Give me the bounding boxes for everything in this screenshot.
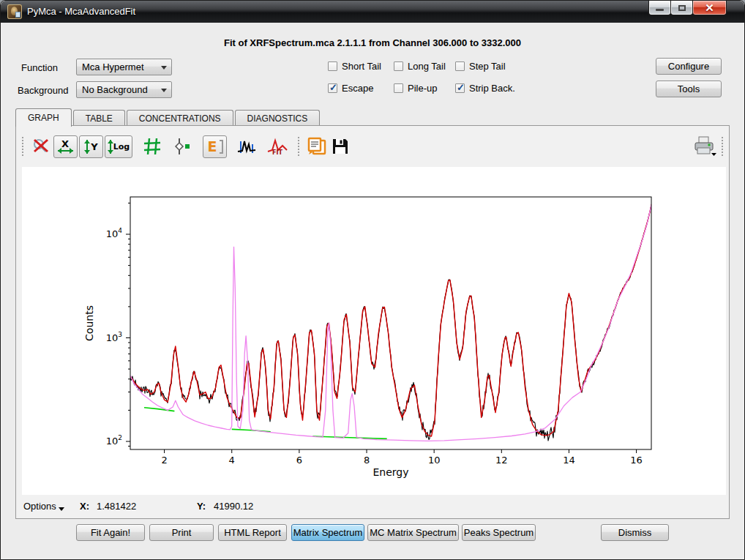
svg-text:4: 4 <box>229 455 235 466</box>
svg-text:12: 12 <box>495 455 508 466</box>
y-coordinate-value: 41990.12 <box>214 501 253 512</box>
markers-icon[interactable] <box>172 135 194 158</box>
zoom-reset-icon[interactable] <box>30 135 52 158</box>
plot-toolbar: X Y Log <box>20 133 725 160</box>
svg-text:Y: Y <box>90 141 98 152</box>
svg-text:Energy: Energy <box>372 466 408 478</box>
svg-text:103: 103 <box>106 331 122 343</box>
short-tail-checkbox[interactable]: ✓Short Tail <box>328 61 381 72</box>
html-report-button[interactable]: HTML Report <box>218 524 287 541</box>
svg-text:8: 8 <box>364 455 370 466</box>
grid-icon[interactable] <box>141 135 163 158</box>
y-coordinate-label: Y: <box>197 501 206 512</box>
print-button[interactable]: Print <box>149 524 214 541</box>
tab-bar: GRAPH TABLE CONCENTRATIONS DIAGNOSTICS <box>15 108 321 126</box>
step-tail-checkbox[interactable]: ✓Step Tail <box>455 61 506 72</box>
tab-concentrations[interactable]: CONCENTRATIONS <box>127 110 233 126</box>
x-coordinate-value: 1.481422 <box>97 501 136 512</box>
strip-back-checkbox[interactable]: ✓Strip Back. <box>455 83 515 94</box>
checkbox-box: ✓ <box>328 83 337 93</box>
svg-text:102: 102 <box>106 434 122 447</box>
checkbox-box: ✓ <box>394 61 403 71</box>
fit-icon[interactable]: FIT <box>266 135 288 158</box>
svg-text:FIT: FIT <box>272 149 282 156</box>
y-autoscale-button[interactable]: Y <box>79 135 103 158</box>
svg-text:E: E <box>208 138 217 154</box>
tab-graph[interactable]: GRAPH <box>15 108 72 127</box>
window-title: PyMca - McaAdvancedFit <box>27 6 135 17</box>
graph-tab-panel: X Y Log <box>15 125 730 519</box>
background-label: Background <box>18 85 68 96</box>
title-bar[interactable]: PyMca - McaAdvancedFit ✕ <box>1 1 744 23</box>
escape-checkbox[interactable]: ✓Escape <box>328 83 373 94</box>
save-icon[interactable] <box>329 135 351 158</box>
energy-axis-button[interactable]: E <box>203 135 227 158</box>
toolbar-handle[interactable] <box>22 137 25 156</box>
function-value: Mca Hypermet <box>82 61 144 72</box>
chevron-down-icon <box>161 89 167 92</box>
svg-text:16: 16 <box>630 455 643 466</box>
printer-icon[interactable] <box>690 135 719 158</box>
svg-text:6: 6 <box>296 455 302 466</box>
fit-again-button[interactable]: Fit Again! <box>76 524 145 541</box>
pymca-window: PyMca - McaAdvancedFit ✕ Fit of XRFSpect… <box>0 0 745 560</box>
options-menu[interactable]: Options <box>23 501 56 512</box>
peaks-icon[interactable] <box>236 135 258 158</box>
pile-up-checkbox[interactable]: ✓Pile-up <box>394 83 437 94</box>
checkbox-box: ✓ <box>455 61 465 71</box>
checkbox-box: ✓ <box>328 61 337 71</box>
svg-text:Log: Log <box>113 142 130 152</box>
fit-header-title: Fit of XRFSpectrum.mca 2.1.1.1 from Chan… <box>1 37 744 48</box>
svg-text:2: 2 <box>161 455 167 466</box>
function-label: Function <box>21 62 58 73</box>
close-button[interactable]: ✕ <box>692 1 727 15</box>
background-combobox[interactable]: No Background <box>76 81 172 98</box>
configure-button[interactable]: Configure <box>656 58 722 75</box>
chevron-down-icon <box>161 66 167 70</box>
function-combobox[interactable]: Mca Hypermet <box>76 59 172 75</box>
peaks-spectrum-button[interactable]: Peaks Spectrum <box>462 524 536 541</box>
svg-text:X: X <box>61 138 69 149</box>
tab-diagnostics[interactable]: DIAGNOSTICS <box>235 110 321 126</box>
spectrum-plot-canvas[interactable]: 246810121416102103104EnergyCounts <box>22 167 726 495</box>
svg-text:10: 10 <box>428 455 441 466</box>
matrix-spectrum-button[interactable]: Matrix Spectrum <box>291 524 364 541</box>
long-tail-checkbox[interactable]: ✓Long Tail <box>394 61 446 72</box>
tab-table[interactable]: TABLE <box>73 110 125 126</box>
background-value: No Background <box>82 84 148 95</box>
spectrum-plot[interactable]: 246810121416102103104EnergyCounts <box>22 167 726 495</box>
x-autoscale-button[interactable]: X <box>53 135 78 158</box>
dismiss-button[interactable]: Dismiss <box>601 524 669 541</box>
log-scale-button[interactable]: Log <box>105 135 132 158</box>
tools-button[interactable]: Tools <box>656 81 722 97</box>
print-preview-icon[interactable] <box>306 135 328 158</box>
toolbar-handle[interactable] <box>298 137 301 156</box>
maximize-button[interactable] <box>670 1 693 15</box>
pymca-logo-icon <box>7 4 22 19</box>
minimize-button[interactable] <box>648 1 671 15</box>
x-coordinate-label: X: <box>80 501 89 512</box>
svg-text:14: 14 <box>563 455 575 466</box>
footer-button-row: Fit Again! Print HTML Report Matrix Spec… <box>1 524 744 553</box>
checkbox-box: ✓ <box>455 83 465 93</box>
svg-text:Counts: Counts <box>83 305 95 341</box>
checkbox-box: ✓ <box>394 83 403 93</box>
svg-text:104: 104 <box>106 227 123 239</box>
mc-matrix-spectrum-button[interactable]: MC Matrix Spectrum <box>367 524 459 541</box>
toolbar-handle[interactable] <box>722 137 725 156</box>
